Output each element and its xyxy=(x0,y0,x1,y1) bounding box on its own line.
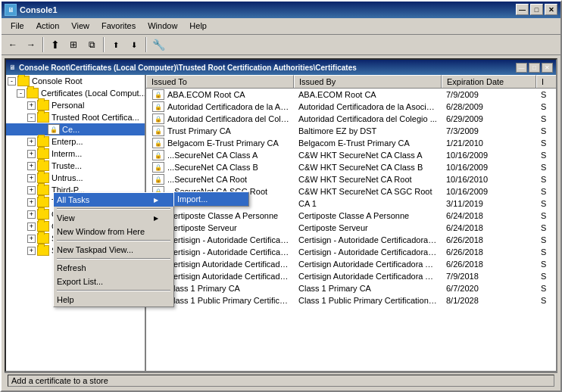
export-button[interactable]: ⬆ xyxy=(108,36,124,53)
menu-view[interactable]: View ▶ xyxy=(54,211,173,225)
toolbar-sep1 xyxy=(42,37,44,52)
status-text: Add a certificate to a store xyxy=(11,376,108,385)
toolbar: ← → ⬆ ⊞ ⧉ ⬆ ⬇ 🔧 xyxy=(2,35,560,56)
show-hide-button[interactable]: ⊞ xyxy=(65,36,82,53)
menu-all-tasks-label: All Tasks xyxy=(57,195,89,204)
menu-sep3 xyxy=(57,258,170,260)
mmc-window: 🖥 Console Root\Certificates (Local Compu… xyxy=(5,58,557,372)
toolbar-sep2 xyxy=(103,37,105,52)
mmc-window-buttons: — □ ✕ xyxy=(516,63,553,73)
menu-new-taskpad[interactable]: New Taskpad View... xyxy=(54,243,173,257)
main-container: 🖥 Console Root\Certificates (Local Compu… xyxy=(2,55,560,390)
context-menu-overlay[interactable]: All Tasks ▶ Import... View xyxy=(6,75,556,371)
properties-button[interactable]: 🔧 xyxy=(150,36,167,53)
menu-export-list-label: Export List... xyxy=(57,277,103,286)
menu-sep1 xyxy=(57,208,170,210)
app-icon: 🖥 xyxy=(5,4,17,16)
status-bar: Add a certificate to a store xyxy=(5,372,557,387)
menu-new-taskpad-label: New Taskpad View... xyxy=(57,245,133,254)
title-bar-buttons: — □ ✕ xyxy=(516,4,557,15)
close-button[interactable]: ✕ xyxy=(545,4,557,15)
context-menu: All Tasks ▶ Import... View xyxy=(53,192,174,307)
menu-view-label: View xyxy=(57,213,75,222)
mmc-icon: 🖥 xyxy=(9,64,16,71)
back-button[interactable]: ← xyxy=(5,36,21,53)
up-button[interactable]: ⬆ xyxy=(47,36,64,53)
submenu-import-label: Import... xyxy=(177,194,208,204)
submenu-arrow-icon: ▶ xyxy=(154,197,158,204)
mmc-title-left: 🖥 Console Root\Certificates (Local Compu… xyxy=(9,64,357,72)
submenu-import[interactable]: Import... xyxy=(174,192,248,206)
app-window: 🖥 Console1 — □ ✕ File Action View Favori… xyxy=(0,0,562,392)
submenu: Import... xyxy=(173,191,249,207)
minimize-button[interactable]: — xyxy=(516,4,529,15)
menu-export-list[interactable]: Export List... xyxy=(54,275,173,288)
maximize-button[interactable]: □ xyxy=(530,4,543,15)
menu-help-label: Help xyxy=(57,295,74,304)
app-title: Console1 xyxy=(20,5,58,14)
menu-refresh-label: Refresh xyxy=(57,263,86,272)
menu-favorites[interactable]: Favorites xyxy=(95,20,142,32)
title-bar-left: 🖥 Console1 xyxy=(5,4,58,16)
menu-sep2 xyxy=(57,240,170,241)
title-bar: 🖥 Console1 — □ ✕ xyxy=(2,2,560,18)
import-toolbar-button[interactable]: ⬇ xyxy=(126,36,142,53)
menu-all-tasks[interactable]: All Tasks ▶ Import... xyxy=(54,193,173,207)
menu-window[interactable]: Window xyxy=(142,20,183,32)
menu-file[interactable]: File xyxy=(5,20,30,32)
mmc-title-bar: 🖥 Console Root\Certificates (Local Compu… xyxy=(6,60,556,75)
menu-refresh[interactable]: Refresh xyxy=(54,261,173,275)
forward-button[interactable]: → xyxy=(23,36,39,53)
toolbar-sep3 xyxy=(145,37,147,52)
mmc-title-text: Console Root\Certificates (Local Compute… xyxy=(19,64,357,72)
status-panel: Add a certificate to a store xyxy=(8,375,554,387)
view-submenu-arrow-icon: ▶ xyxy=(154,215,158,222)
new-window-button[interactable]: ⧉ xyxy=(83,36,100,53)
content-area: - Console Root - Certificates (Local Com… xyxy=(6,75,556,371)
menu-bar: File Action View Favorites Window Help xyxy=(2,18,560,35)
mmc-minimize-button[interactable]: — xyxy=(516,63,527,73)
menu-new-window[interactable]: New Window from Here xyxy=(54,225,173,238)
mmc-close-button[interactable]: ✕ xyxy=(542,63,553,73)
mmc-maximize-button[interactable]: □ xyxy=(529,63,540,73)
menu-view[interactable]: View xyxy=(65,20,95,32)
menu-sep4 xyxy=(57,290,170,291)
menu-help[interactable]: Help xyxy=(54,293,173,306)
menu-action[interactable]: Action xyxy=(30,20,66,32)
menu-new-window-label: New Window from Here xyxy=(57,227,145,236)
menu-help[interactable]: Help xyxy=(183,20,213,32)
